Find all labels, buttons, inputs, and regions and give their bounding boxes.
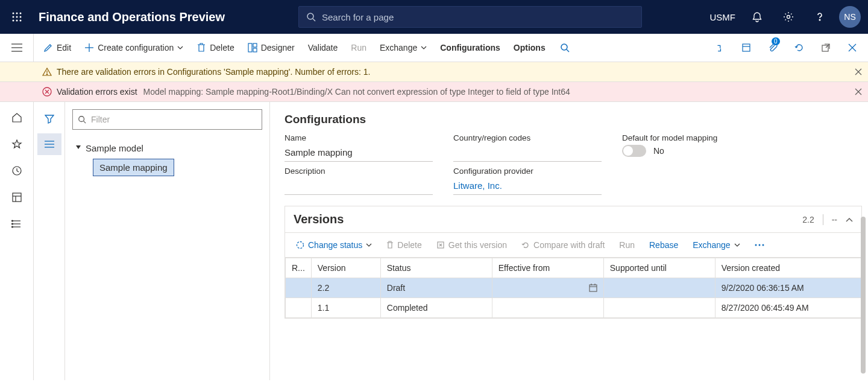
designer-button[interactable]: Designer — [242, 34, 301, 62]
col-created[interactable]: Version created — [715, 258, 861, 278]
cell-version[interactable]: 2.2 — [311, 278, 380, 298]
designer-icon — [248, 43, 257, 52]
svg-point-29 — [46, 74, 47, 74]
versions-more-button[interactable] — [750, 241, 769, 249]
exchange-label: Exchange — [380, 43, 417, 52]
compare-label: Compare with draft — [533, 240, 605, 250]
cell-effective[interactable] — [492, 298, 603, 318]
cell-created[interactable]: 8/27/2020 06:45:49 AM — [715, 298, 861, 318]
configurations-tab[interactable]: Configurations — [434, 34, 506, 62]
close-button[interactable] — [840, 34, 864, 62]
options-tab[interactable]: Options — [508, 34, 552, 62]
nav-toggle[interactable] — [0, 34, 34, 62]
col-effective[interactable]: Effective from — [492, 258, 603, 278]
tree-filter-input[interactable] — [91, 115, 257, 124]
nav-recent[interactable] — [0, 159, 34, 183]
cell-supported[interactable] — [603, 278, 715, 298]
default-toggle[interactable] — [622, 145, 646, 157]
notifications-button[interactable] — [745, 5, 769, 29]
svg-point-46 — [11, 226, 13, 228]
versions-collapse[interactable] — [846, 217, 853, 222]
error-close[interactable] — [855, 88, 862, 95]
office-button[interactable] — [734, 34, 758, 62]
edit-button[interactable]: Edit — [37, 34, 77, 62]
svg-point-5 — [20, 16, 22, 18]
warning-text: There are validation errors in Configura… — [57, 67, 370, 77]
svg-point-50 — [79, 116, 84, 122]
compare-button: Compare with draft — [517, 238, 609, 252]
create-configuration-button[interactable]: Create configuration — [78, 34, 189, 62]
error-icon — [42, 87, 52, 97]
nav-workspaces[interactable] — [0, 185, 34, 209]
popout-button[interactable] — [814, 34, 838, 62]
change-status-button[interactable]: Change status — [291, 238, 377, 252]
versions-delete-label: Delete — [397, 240, 421, 250]
cell-r[interactable] — [286, 278, 312, 298]
global-search-input[interactable] — [322, 12, 634, 22]
codes-value[interactable] — [453, 145, 602, 162]
attachments-button[interactable]: 0 — [761, 34, 785, 62]
col-r[interactable]: R... — [286, 258, 312, 278]
list-pane-button[interactable] — [37, 133, 61, 155]
pencil-icon — [43, 43, 53, 52]
versions-exchange-button[interactable]: Exchange — [688, 238, 744, 252]
settings-button[interactable] — [776, 5, 800, 29]
warning-message-bar: There are validation errors in Configura… — [0, 62, 868, 82]
find-button[interactable] — [553, 34, 577, 62]
col-status[interactable]: Status — [380, 258, 492, 278]
table-row[interactable]: 1.1Completed8/27/2020 06:45:49 AM — [286, 298, 861, 318]
svg-line-51 — [84, 121, 86, 124]
legal-entity[interactable]: USMF — [710, 12, 736, 22]
name-value[interactable]: Sample mapping — [285, 145, 433, 162]
svg-rect-23 — [743, 44, 750, 51]
cell-created[interactable]: 9/2/2020 06:36:15 AM — [715, 278, 861, 298]
tree-filter[interactable] — [72, 109, 262, 130]
trash-icon — [386, 241, 394, 249]
svg-point-0 — [13, 13, 14, 14]
svg-point-56 — [762, 244, 764, 246]
filter-search-icon — [78, 115, 86, 124]
exchange-button[interactable]: Exchange — [374, 34, 433, 62]
cell-version[interactable]: 1.1 — [311, 298, 380, 318]
related-button[interactable] — [708, 34, 732, 62]
cycle-icon — [296, 241, 304, 249]
filter-pane-button[interactable] — [37, 108, 61, 130]
svg-line-22 — [567, 49, 569, 52]
options-label: Options — [514, 43, 546, 52]
svg-point-8 — [20, 20, 22, 22]
validate-button[interactable]: Validate — [302, 34, 344, 62]
scrollbar[interactable] — [861, 217, 866, 374]
help-button[interactable] — [808, 5, 832, 29]
versions-exchange-label: Exchange — [693, 240, 730, 250]
svg-rect-57 — [590, 285, 597, 291]
svg-rect-19 — [253, 43, 257, 47]
versions-run-label: Run — [619, 240, 635, 250]
versions-sep: -- — [832, 215, 837, 224]
tree-node-root[interactable]: Sample model — [72, 139, 262, 156]
nav-modules[interactable] — [0, 212, 34, 236]
user-avatar[interactable]: NS — [839, 6, 861, 28]
refresh-button[interactable] — [787, 34, 811, 62]
svg-rect-20 — [253, 48, 257, 52]
nav-favorites[interactable] — [0, 132, 34, 156]
col-version[interactable]: Version — [311, 258, 380, 278]
cell-status[interactable]: Completed — [380, 298, 492, 318]
calendar-icon[interactable] — [589, 284, 597, 292]
nav-home[interactable] — [0, 106, 34, 130]
tree-node-selected[interactable]: Sample mapping — [93, 159, 174, 176]
table-row[interactable]: 2.2Draft9/2/2020 06:36:15 AM — [286, 278, 861, 298]
app-title: Finance and Operations Preview — [39, 10, 225, 24]
cell-supported[interactable] — [603, 298, 715, 318]
warning-close[interactable] — [855, 68, 862, 75]
app-launcher[interactable] — [7, 7, 27, 27]
provider-value[interactable]: Litware, Inc. — [453, 178, 602, 195]
desc-value[interactable] — [285, 178, 433, 195]
delete-button[interactable]: Delete — [190, 34, 240, 62]
global-search[interactable] — [298, 6, 642, 28]
col-supported[interactable]: Supported until — [603, 258, 715, 278]
cell-effective[interactable] — [492, 278, 603, 298]
cell-r[interactable] — [286, 298, 312, 318]
cell-status[interactable]: Draft — [380, 278, 492, 298]
tree-root-label: Sample model — [86, 143, 143, 153]
rebase-button[interactable]: Rebase — [644, 238, 683, 252]
